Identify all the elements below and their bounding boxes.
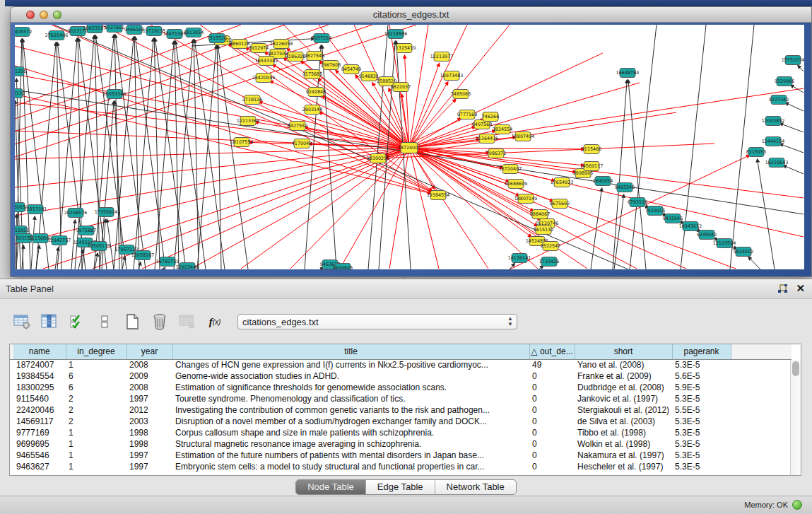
graph-node-18724007[interactable]: 18724007 xyxy=(398,143,421,153)
graph-node-9245042[interactable]: 9245042 xyxy=(697,230,717,240)
table-row[interactable]: 946554611997Estimation of the future num… xyxy=(10,450,792,461)
graph-node-1605133[interactable]: 1605133 xyxy=(15,89,25,98)
graph-node-10973483[interactable]: 10973483 xyxy=(440,71,464,81)
graph-node-12213364[interactable]: 12213364 xyxy=(237,117,260,126)
graph-node-2718126[interactable]: 2718126 xyxy=(242,95,262,105)
graph-node-16648784[interactable]: 16648784 xyxy=(616,69,640,78)
tab-network-table[interactable]: Network Table xyxy=(435,480,516,494)
splitter-handle-icon[interactable] xyxy=(401,275,410,279)
graph-node-9227342[interactable]: 9227342 xyxy=(769,95,789,105)
graph-node-1640954[interactable]: 1640954 xyxy=(593,177,613,186)
graph-node-9884067[interactable]: 9884067 xyxy=(530,210,550,219)
citation-network-graph[interactable]: 1872400776638228860128891297418226058982… xyxy=(15,25,804,269)
table-scrollbar-thumb[interactable] xyxy=(792,361,799,376)
graph-node-7919915[interactable]: 7919915 xyxy=(645,206,665,216)
graph-node-16543382[interactable]: 16543382 xyxy=(255,57,278,66)
tab-edge-table[interactable]: Edge Table xyxy=(366,480,435,494)
table-row[interactable]: 911546021997Tourette syndrome. Phenomeno… xyxy=(10,393,792,404)
table-row[interactable]: 2242004622012Investigating the contribut… xyxy=(10,404,792,416)
graph-node-9699695[interactable]: 9699695 xyxy=(333,264,353,270)
table-row[interactable]: 1456911722003Disruption of a novel membe… xyxy=(10,416,792,427)
select-columns-icon[interactable] xyxy=(68,313,86,331)
network-canvas[interactable]: 1872400776638228860128891297418226058982… xyxy=(15,25,804,269)
graph-node-14569117[interactable]: 14569117 xyxy=(580,162,604,171)
graph-node-9822037[interactable]: 9822037 xyxy=(391,83,411,92)
graph-node-15720407[interactable]: 15720407 xyxy=(499,165,522,174)
graph-node-9975887[interactable]: 9975887 xyxy=(76,226,96,235)
rows-icon[interactable] xyxy=(95,313,114,331)
graph-node-10807494[interactable]: 10807494 xyxy=(512,132,535,141)
graph-node-2967608[interactable]: 2967608 xyxy=(321,61,341,70)
table-row[interactable]: 946362711997Embryonic stem cells: a mode… xyxy=(10,461,792,472)
table-header-row[interactable]: namein_degreeyeartitle△ out_de...shortpa… xyxy=(10,344,792,359)
graph-node-2522547[interactable]: 2522547 xyxy=(541,242,560,251)
graph-node-13505135[interactable]: 13505135 xyxy=(88,242,111,251)
delete-column-icon[interactable] xyxy=(151,313,169,331)
graph-node-8912974[interactable]: 8912974 xyxy=(249,44,269,53)
graph-node-20206576[interactable]: 20206576 xyxy=(64,209,88,218)
graph-node-18300295[interactable]: 18300295 xyxy=(367,154,390,163)
graph-node-9465546[interactable]: 9465546 xyxy=(615,183,635,192)
float-panel-icon[interactable] xyxy=(777,284,788,294)
column-header-year[interactable]: year xyxy=(126,344,172,359)
graph-node-3824554[interactable]: 3824554 xyxy=(493,125,512,134)
graph-node-9431046[interactable]: 9431046 xyxy=(663,214,683,223)
graph-node-17654923[interactable]: 17654923 xyxy=(551,178,574,187)
graph-node-8813054[interactable]: 8813054 xyxy=(184,28,204,37)
graph-node-9827546[interactable]: 9827546 xyxy=(305,52,324,61)
graph-node-746266[interactable]: 746266 xyxy=(482,112,499,122)
graph-node-17359924[interactable]: 17359924 xyxy=(95,208,118,217)
graph-node-8427552[interactable]: 8427552 xyxy=(288,122,307,131)
graph-node-11325419[interactable]: 11325419 xyxy=(393,44,416,53)
graph-node-12103504[interactable]: 12103504 xyxy=(713,239,736,248)
graph-node-15751074[interactable]: 15751074 xyxy=(782,56,804,65)
graph-node-18107554[interactable]: 18107554 xyxy=(230,138,254,147)
graph-node-12093852[interactable]: 12093852 xyxy=(762,117,785,126)
graph-node-9675692[interactable]: 9675692 xyxy=(550,199,570,209)
graph-node-14671365[interactable]: 14671365 xyxy=(163,30,187,39)
column-header-short[interactable]: short xyxy=(575,344,672,359)
table-mode-icon[interactable] xyxy=(13,313,31,331)
graph-node-7957224[interactable]: 7957224 xyxy=(312,34,331,43)
graph-node-18226058[interactable]: 18226058 xyxy=(270,40,293,49)
column-header-name[interactable]: name xyxy=(13,344,66,359)
graph-node-21364436[interactable]: 21364436 xyxy=(476,134,499,144)
graph-node-10688609[interactable]: 10688609 xyxy=(505,180,528,189)
graph-node-15813381[interactable]: 15813381 xyxy=(24,205,47,214)
graph-node-9175685[interactable]: 9175685 xyxy=(302,70,322,79)
graph-node-1527602[interactable]: 1527602 xyxy=(105,25,124,33)
table-row[interactable]: 977716911998Corpus callosum shape and si… xyxy=(10,427,792,438)
graph-node-9115460[interactable]: 9115460 xyxy=(582,145,601,154)
close-panel-icon[interactable]: ✕ xyxy=(796,283,805,294)
table-row[interactable]: 1938455462009Genome-wide association stu… xyxy=(10,370,792,382)
graph-node-12444154[interactable]: 12444154 xyxy=(762,137,785,146)
table-scrollbar[interactable] xyxy=(790,360,801,475)
column-header-out_de[interactable]: △ out_de... xyxy=(529,344,575,359)
graph-node-8215953[interactable]: 8215953 xyxy=(746,148,766,157)
graph-node-10719135[interactable]: 10719135 xyxy=(143,27,166,36)
graph-node-9777169[interactable]: 9777169 xyxy=(457,110,477,119)
graph-node-9242848[interactable]: 9242848 xyxy=(306,88,326,97)
graph-node-6793199[interactable]: 6793199 xyxy=(628,198,647,207)
table-row[interactable]: 1830029562008Estimation of significance … xyxy=(10,382,792,393)
graph-node-13958167[interactable]: 13958167 xyxy=(131,251,155,260)
graph-node-14136141[interactable]: 14136141 xyxy=(508,254,531,263)
graph-node-7986372[interactable]: 7986372 xyxy=(486,149,506,158)
graph-node-1405572[interactable]: 1405572 xyxy=(15,28,32,37)
graph-node-16943012[interactable]: 16943012 xyxy=(679,222,702,231)
graph-node-8860128[interactable]: 8860128 xyxy=(230,40,249,49)
graph-node-19218586[interactable]: 19218586 xyxy=(384,30,408,39)
table-row[interactable]: 1872400712008Changes of HCN gene express… xyxy=(10,359,792,370)
tab-node-table[interactable]: Node Table xyxy=(296,480,366,494)
graph-node-4170049[interactable]: 4170049 xyxy=(292,139,312,148)
show-column-icon[interactable] xyxy=(40,313,59,331)
graph-node-27691406[interactable]: 27691406 xyxy=(45,31,69,40)
graph-node-9466160[interactable]: 9466160 xyxy=(124,25,144,35)
graph-node-16210643[interactable]: 16210643 xyxy=(765,158,789,168)
column-header-title[interactable]: title xyxy=(172,344,529,359)
graph-node-7515526[interactable]: 7515526 xyxy=(207,34,227,43)
graph-node-12923446[interactable]: 12923446 xyxy=(176,263,199,270)
graph-node-1615132[interactable]: 1615132 xyxy=(534,226,553,235)
graph-node-8186328[interactable]: 8186328 xyxy=(286,52,305,62)
graph-node-1733426[interactable]: 1733426 xyxy=(539,257,559,267)
